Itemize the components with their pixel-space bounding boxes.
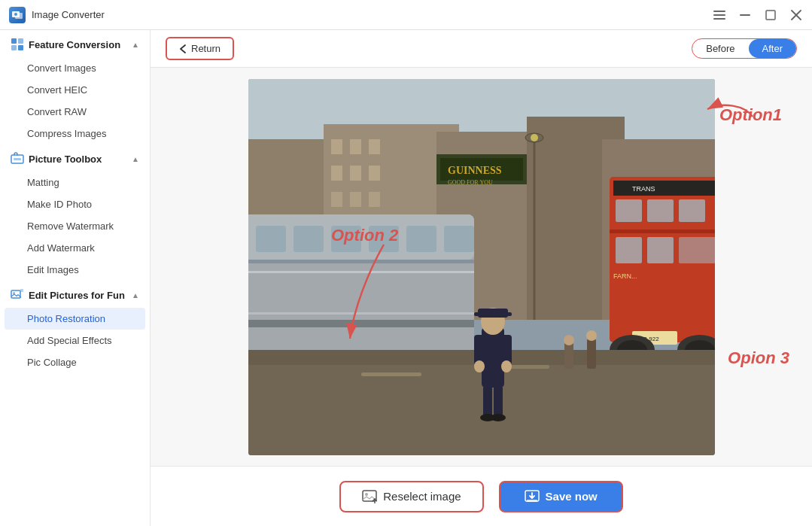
- svg-rect-5: [713, 18, 725, 20]
- app-title: Image Converter: [32, 9, 105, 20]
- svg-rect-11: [18, 38, 23, 44]
- sidebar-item-add-watermark[interactable]: Add Watermark: [0, 237, 150, 259]
- sidebar-item-pic-collage[interactable]: Pic Collage: [0, 351, 150, 373]
- close-button[interactable]: [789, 8, 803, 22]
- content-area: Return Before After: [151, 30, 812, 526]
- svg-rect-104: [527, 500, 537, 502]
- feature-conversion-label: Feature Conversion: [29, 39, 120, 50]
- svg-rect-3: [713, 11, 725, 12]
- svg-rect-6: [740, 14, 750, 16]
- feature-conversion-chevron: ▲: [132, 41, 139, 49]
- sidebar-section-picture-toolbox[interactable]: Picture Toolbox ▲: [0, 144, 150, 172]
- photo-preview: GUINNESS GOOD FOR YOU: [248, 79, 715, 455]
- svg-rect-96: [248, 79, 715, 455]
- reselect-button[interactable]: Reselect image: [339, 481, 483, 512]
- svg-point-17: [13, 292, 15, 294]
- svg-rect-7: [766, 11, 775, 20]
- return-button[interactable]: Return: [166, 37, 234, 60]
- svg-rect-4: [713, 14, 725, 16]
- sidebar-item-photo-restoration[interactable]: Photo Restoration: [5, 308, 145, 330]
- image-area: GUINNESS GOOD FOR YOU: [151, 68, 812, 466]
- window-controls: [713, 8, 803, 22]
- sidebar-item-convert-heic[interactable]: Convert HEIC: [0, 79, 150, 101]
- sidebar-item-matting[interactable]: Matting: [0, 172, 150, 193]
- hamburger-icon[interactable]: [713, 8, 726, 22]
- svg-point-101: [365, 493, 368, 496]
- app-icon: [9, 7, 26, 23]
- sidebar-item-remove-watermark[interactable]: Remove Watermark: [0, 215, 150, 237]
- sidebar-item-edit-images[interactable]: Edit Images: [0, 259, 150, 281]
- before-button[interactable]: Before: [692, 39, 748, 58]
- svg-rect-16: [11, 290, 20, 298]
- main-layout: Feature Conversion ▲ Convert Images Conv…: [0, 30, 812, 526]
- option3-label: Opion 3: [728, 348, 789, 368]
- sidebar: Feature Conversion ▲ Convert Images Conv…: [0, 30, 151, 526]
- before-after-toggle: Before After: [692, 38, 797, 59]
- title-bar-left: Image Converter: [9, 7, 105, 23]
- top-toolbar: Return Before After: [151, 30, 812, 68]
- bottom-bar: Reselect image Save now: [151, 466, 812, 526]
- title-bar: Image Converter: [0, 0, 812, 30]
- svg-rect-12: [11, 45, 17, 50]
- sidebar-section-feature-conversion[interactable]: Feature Conversion ▲: [0, 30, 150, 57]
- svg-point-2: [14, 13, 17, 16]
- sidebar-item-convert-images[interactable]: Convert Images: [0, 57, 150, 79]
- picture-toolbox-label: Picture Toolbox: [29, 154, 102, 165]
- minimize-button[interactable]: [738, 8, 752, 22]
- svg-rect-13: [18, 45, 23, 50]
- svg-rect-10: [11, 38, 17, 44]
- option1-label: Option1: [719, 105, 782, 125]
- svg-rect-15: [14, 158, 21, 160]
- sidebar-item-convert-raw[interactable]: Convert RAW: [0, 101, 150, 123]
- save-label: Save now: [546, 490, 598, 503]
- edit-pictures-label: Edit Pictures for Fun: [29, 290, 125, 301]
- edit-pictures-chevron: ▲: [132, 291, 139, 299]
- svg-rect-18: [20, 289, 23, 292]
- sidebar-item-add-special-effects[interactable]: Add Special Effects: [0, 330, 150, 351]
- sidebar-item-make-id-photo[interactable]: Make ID Photo: [0, 193, 150, 215]
- reselect-label: Reselect image: [383, 490, 461, 503]
- after-button[interactable]: After: [749, 39, 796, 58]
- restore-button[interactable]: [764, 8, 777, 22]
- sidebar-section-edit-pictures[interactable]: Edit Pictures for Fun ▲: [0, 281, 150, 308]
- save-button[interactable]: Save now: [499, 481, 623, 512]
- picture-toolbox-chevron: ▲: [132, 155, 139, 163]
- sidebar-item-compress-images[interactable]: Compress Images: [0, 123, 150, 144]
- return-label: Return: [191, 43, 220, 54]
